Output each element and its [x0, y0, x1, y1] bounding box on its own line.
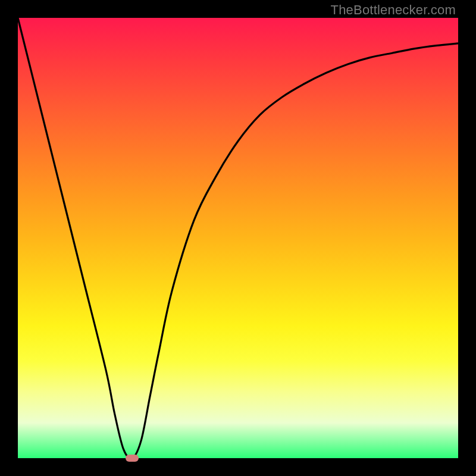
- minimum-marker: [126, 455, 139, 462]
- chart-frame: TheBottlenecker.com: [0, 0, 476, 476]
- curve-path: [18, 18, 458, 459]
- plot-area: [18, 18, 458, 458]
- bottleneck-curve: [18, 18, 458, 458]
- watermark-text: TheBottlenecker.com: [331, 2, 456, 18]
